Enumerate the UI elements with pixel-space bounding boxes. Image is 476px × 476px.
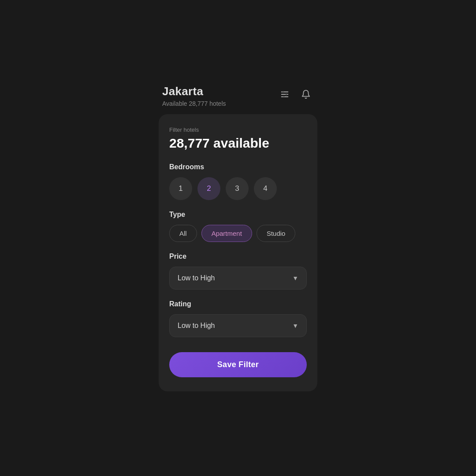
- phone-container: Jakarta Available 28,777 hotels: [159, 85, 317, 391]
- hotels-count: Available 28,777 hotels: [162, 100, 226, 107]
- filter-card: Filter hotels 28,777 available Bedrooms …: [159, 114, 317, 391]
- bell-icon: [301, 89, 311, 99]
- svg-point-5: [283, 96, 285, 98]
- bedroom-btn-1[interactable]: 1: [169, 177, 192, 200]
- bedroom-options: 1 2 3 4: [169, 177, 307, 200]
- rating-section: Rating Low to High ▼: [169, 300, 307, 337]
- type-btn-all[interactable]: All: [169, 225, 197, 242]
- price-dropdown[interactable]: Low to High ▼: [169, 267, 307, 290]
- bedroom-btn-3[interactable]: 3: [226, 177, 249, 200]
- rating-dropdown[interactable]: Low to High ▼: [169, 314, 307, 337]
- svg-point-4: [286, 93, 287, 95]
- rating-title: Rating: [169, 300, 307, 308]
- price-selected-value: Low to High: [178, 274, 215, 282]
- type-options: All Apartment Studio: [169, 225, 307, 242]
- available-count: 28,777 available: [169, 136, 307, 151]
- filter-label: Filter hotels: [169, 126, 307, 133]
- svg-point-3: [283, 91, 284, 93]
- bedrooms-section: Bedrooms 1 2 3 4: [169, 163, 307, 200]
- price-section: Price Low to High ▼: [169, 253, 307, 290]
- type-btn-studio[interactable]: Studio: [257, 225, 296, 242]
- type-section: Type All Apartment Studio: [169, 211, 307, 242]
- header-icons: [277, 86, 314, 102]
- save-filter-button[interactable]: Save Filter: [169, 352, 307, 377]
- bedroom-btn-2[interactable]: 2: [197, 177, 220, 200]
- header-left: Jakarta Available 28,777 hotels: [162, 85, 226, 107]
- header: Jakarta Available 28,777 hotels: [159, 85, 317, 114]
- city-name: Jakarta: [162, 85, 226, 98]
- bell-icon-button[interactable]: [298, 86, 314, 102]
- type-btn-apartment[interactable]: Apartment: [201, 225, 252, 242]
- price-chevron-down-icon: ▼: [292, 275, 298, 282]
- type-title: Type: [169, 211, 307, 219]
- rating-selected-value: Low to High: [178, 322, 215, 330]
- price-title: Price: [169, 253, 307, 260]
- rating-chevron-down-icon: ▼: [292, 322, 298, 329]
- bedrooms-title: Bedrooms: [169, 163, 307, 171]
- filter-icon-button[interactable]: [277, 86, 293, 102]
- filter-icon: [280, 89, 290, 99]
- bedroom-btn-4[interactable]: 4: [254, 177, 277, 200]
